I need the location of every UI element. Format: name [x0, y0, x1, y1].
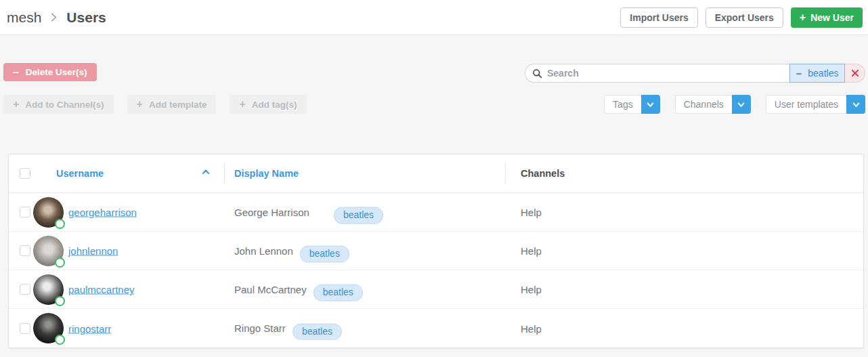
- column-header-username[interactable]: Username: [56, 168, 104, 179]
- close-icon: [851, 69, 859, 77]
- column-header-display-name[interactable]: Display Name: [234, 168, 299, 179]
- status-online-indicator: [55, 257, 65, 268]
- add-to-channels-button[interactable]: + Add to Channel(s): [3, 95, 114, 114]
- channels-cell: Help: [521, 245, 542, 257]
- status-online-indicator: [55, 219, 65, 229]
- status-online-indicator: [55, 296, 65, 306]
- search-input[interactable]: [547, 68, 784, 79]
- export-users-button[interactable]: Export Users: [706, 7, 783, 28]
- username-link[interactable]: ringostarr: [68, 322, 111, 334]
- channels-dropdown-label: Channels: [675, 95, 732, 114]
- tag-chip[interactable]: beatles: [334, 207, 383, 224]
- row-checkbox[interactable]: [20, 323, 30, 334]
- tag-chip[interactable]: beatles: [300, 246, 349, 263]
- breadcrumb: mesh Users: [7, 9, 106, 26]
- column-divider: [224, 163, 225, 184]
- users-table: Username Display Name Channels georgehar…: [8, 154, 864, 348]
- avatar: [33, 313, 64, 343]
- display-name-cell: Paul McCartney beatles: [234, 281, 363, 298]
- new-user-button[interactable]: + New User: [791, 7, 863, 28]
- chevron-down-icon[interactable]: [732, 95, 751, 114]
- add-template-button[interactable]: + Add template: [127, 95, 217, 114]
- tag-chip[interactable]: beatles: [292, 323, 342, 340]
- table-row: ringostarr Ringo Starr beatles Help: [9, 309, 863, 348]
- search-filter-chip-label: beatles: [808, 68, 838, 79]
- clear-search-button[interactable]: [845, 64, 865, 83]
- tags-dropdown-label: Tags: [604, 95, 641, 114]
- new-user-button-label: New User: [810, 12, 854, 23]
- display-name-cell: George Harrison beatles: [234, 204, 383, 221]
- add-to-channels-label: Add to Channel(s): [25, 100, 104, 110]
- minus-icon: −: [796, 68, 802, 79]
- import-users-button[interactable]: Import Users: [620, 7, 697, 28]
- plus-icon: +: [800, 12, 806, 23]
- top-bar: mesh Users Import Users Export Users + N…: [0, 0, 868, 35]
- row-checkbox[interactable]: [20, 284, 30, 295]
- status-online-indicator: [55, 335, 65, 345]
- tag-chip[interactable]: beatles: [313, 285, 363, 301]
- plus-icon: +: [239, 99, 245, 110]
- display-name-cell: John Lennon beatles: [234, 243, 349, 259]
- sort-ascending-icon[interactable]: [201, 167, 211, 180]
- display-name-text: Paul McCartney: [234, 283, 307, 295]
- minus-icon: −: [13, 67, 19, 77]
- add-tags-button[interactable]: + Add tag(s): [230, 95, 306, 114]
- plus-icon: +: [137, 99, 143, 110]
- select-all-checkbox[interactable]: [20, 168, 30, 179]
- search-filter-chip[interactable]: − beatles: [789, 64, 845, 83]
- search-bar: − beatles: [525, 64, 865, 83]
- channels-dropdown[interactable]: Channels: [675, 95, 751, 114]
- plus-icon: +: [13, 99, 19, 110]
- row-checkbox[interactable]: [20, 245, 30, 256]
- channels-cell: Help: [521, 322, 542, 334]
- display-name-text: Ringo Starr: [234, 322, 286, 334]
- page-title: Users: [66, 9, 106, 26]
- display-name-cell: Ringo Starr beatles: [234, 320, 342, 337]
- bulk-actions: + Add to Channel(s) + Add template + Add…: [3, 95, 307, 114]
- username-link[interactable]: johnlennon: [68, 245, 118, 257]
- delete-users-button-label: Delete User(s): [26, 67, 87, 77]
- delete-users-button[interactable]: − Delete User(s): [3, 63, 97, 81]
- avatar: [33, 197, 64, 228]
- row-checkbox[interactable]: [20, 207, 30, 217]
- filter-dropdowns: Tags Channels User templates: [604, 95, 865, 114]
- tags-dropdown[interactable]: Tags: [604, 95, 660, 114]
- chevron-down-icon[interactable]: [846, 95, 865, 114]
- avatar: [33, 236, 64, 266]
- user-templates-dropdown-label: User templates: [766, 95, 846, 114]
- search-icon: [532, 68, 542, 79]
- add-tags-label: Add tag(s): [252, 100, 297, 110]
- column-divider: [505, 163, 506, 184]
- chevron-down-icon[interactable]: [641, 95, 660, 114]
- display-name-text: John Lennon: [234, 245, 293, 256]
- chevron-right-icon: [49, 12, 59, 22]
- breadcrumb-root[interactable]: mesh: [7, 9, 41, 26]
- avatar: [33, 274, 64, 305]
- username-link[interactable]: georgeharrison: [68, 207, 137, 218]
- table-row: paulmccartney Paul McCartney beatles Hel…: [9, 270, 863, 309]
- add-template-label: Add template: [149, 100, 207, 110]
- channels-cell: Help: [521, 284, 542, 295]
- column-header-channels: Channels: [521, 168, 565, 179]
- table-row: georgeharrison George Harrison beatles H…: [9, 193, 863, 232]
- display-name-text: George Harrison: [234, 206, 309, 217]
- table-header: Username Display Name Channels: [9, 154, 863, 193]
- channels-cell: Help: [521, 207, 542, 218]
- username-link[interactable]: paulmccartney: [68, 284, 135, 295]
- topbar-actions: Import Users Export Users + New User: [620, 7, 863, 28]
- user-templates-dropdown[interactable]: User templates: [766, 95, 865, 114]
- search-box: [525, 64, 789, 83]
- table-row: johnlennon John Lennon beatles Help: [9, 232, 863, 270]
